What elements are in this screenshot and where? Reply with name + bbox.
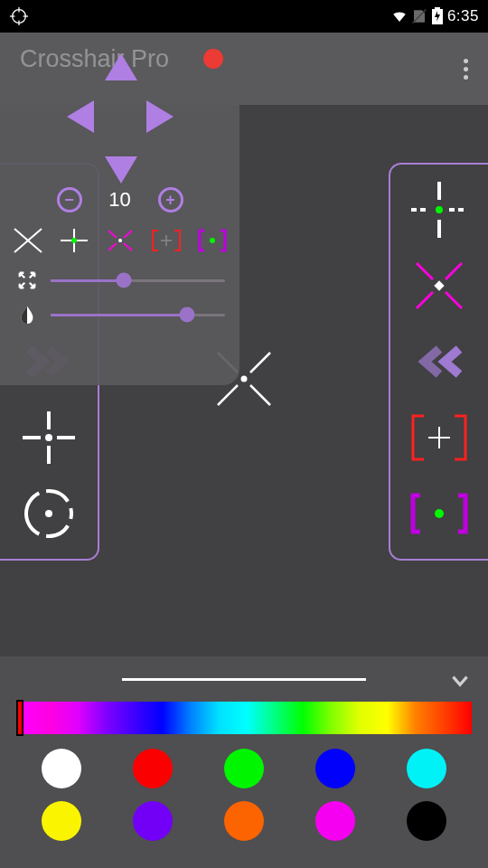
scope-icon [14, 482, 84, 545]
svg-point-31 [241, 376, 248, 382]
svg-point-13 [45, 510, 52, 517]
svg-point-26 [435, 509, 444, 518]
svg-line-37 [108, 231, 117, 238]
scale-slider[interactable] [51, 279, 225, 282]
right-crosshair-panel[interactable] [389, 163, 488, 561]
svg-line-30 [250, 385, 270, 405]
svg-point-12 [45, 434, 52, 441]
crosshair-preset[interactable] [403, 326, 475, 398]
svg-point-36 [71, 238, 77, 243]
crosshair-preset[interactable] [403, 174, 475, 246]
increase-size-button[interactable]: + [158, 187, 183, 212]
swatch-white[interactable] [42, 749, 81, 788]
svg-line-40 [124, 243, 132, 250]
dpad-right-button[interactable] [146, 100, 174, 133]
svg-line-19 [417, 263, 433, 279]
swatch-blue[interactable] [315, 749, 355, 788]
svg-line-39 [108, 243, 117, 250]
swatch-orange[interactable] [224, 801, 264, 841]
scale-slider-row [9, 270, 230, 290]
svg-line-29 [218, 385, 238, 405]
scale-icon [14, 270, 40, 290]
dpad [52, 48, 188, 184]
dash-plus-icon [404, 175, 474, 245]
chevrons-left-icon [410, 345, 468, 378]
overlay-preset[interactable] [193, 225, 230, 256]
hue-slider[interactable] [16, 702, 472, 734]
red-brackets-icon [404, 405, 474, 470]
more-menu-button[interactable] [452, 51, 479, 87]
svg-line-20 [446, 263, 462, 279]
color-drawer [0, 656, 488, 868]
swatch-green[interactable] [224, 749, 264, 788]
swatch-yellow[interactable] [42, 801, 81, 841]
svg-line-28 [250, 353, 270, 373]
drawer-handle[interactable] [0, 656, 488, 702]
svg-line-21 [417, 292, 433, 308]
status-time: 6:35 [447, 7, 479, 25]
size-controls: − 10 + [9, 187, 230, 212]
dpad-up-button[interactable] [105, 53, 137, 80]
decrease-size-button[interactable]: − [57, 187, 82, 212]
target-icon [9, 6, 29, 26]
teal-brackets-icon [404, 490, 474, 537]
swatch-black[interactable] [407, 801, 446, 841]
swatch-red[interactable] [133, 749, 173, 788]
dpad-down-button[interactable] [105, 156, 137, 184]
svg-rect-23 [434, 280, 444, 290]
plus-crosshair-icon [14, 402, 84, 473]
swatch-cyan[interactable] [407, 749, 446, 788]
control-overlay[interactable]: Crosshair Pro − 10 + [0, 33, 239, 385]
overlay-preset-row [9, 225, 230, 256]
crosshair-preset[interactable] [403, 250, 475, 322]
svg-line-22 [446, 292, 462, 308]
x-magenta-icon [404, 250, 474, 321]
svg-point-18 [436, 206, 443, 213]
swatch-purple[interactable] [133, 801, 173, 841]
svg-point-44 [210, 238, 215, 243]
overlay-preset[interactable] [55, 225, 92, 256]
overlay-preset[interactable] [147, 225, 184, 256]
crosshair-preset[interactable] [403, 477, 475, 550]
crosshair-preset[interactable] [13, 401, 85, 474]
no-sim-icon [411, 8, 427, 24]
record-indicator[interactable] [203, 49, 223, 69]
opacity-icon [14, 305, 40, 325]
crosshair-preset[interactable] [13, 477, 85, 550]
swatch-magenta[interactable] [315, 801, 355, 841]
overlay-preset[interactable] [9, 225, 46, 256]
drawer-handle-line [122, 678, 366, 681]
opacity-slider[interactable] [51, 314, 225, 316]
size-value: 10 [102, 188, 138, 212]
chevron-down-icon[interactable] [448, 669, 472, 698]
swatch-grid [0, 734, 488, 855]
svg-line-38 [124, 231, 132, 238]
overlay-preset[interactable] [101, 225, 138, 256]
dpad-left-button[interactable] [67, 100, 94, 133]
hue-slider-handle[interactable] [16, 700, 23, 736]
status-bar: 6:35 [0, 0, 488, 33]
opacity-slider-row [9, 305, 230, 325]
wifi-icon [391, 8, 408, 24]
crosshair-preset[interactable] [403, 401, 475, 474]
battery-charging-icon [431, 7, 444, 25]
svg-rect-7 [435, 7, 440, 9]
svg-point-41 [118, 239, 122, 242]
